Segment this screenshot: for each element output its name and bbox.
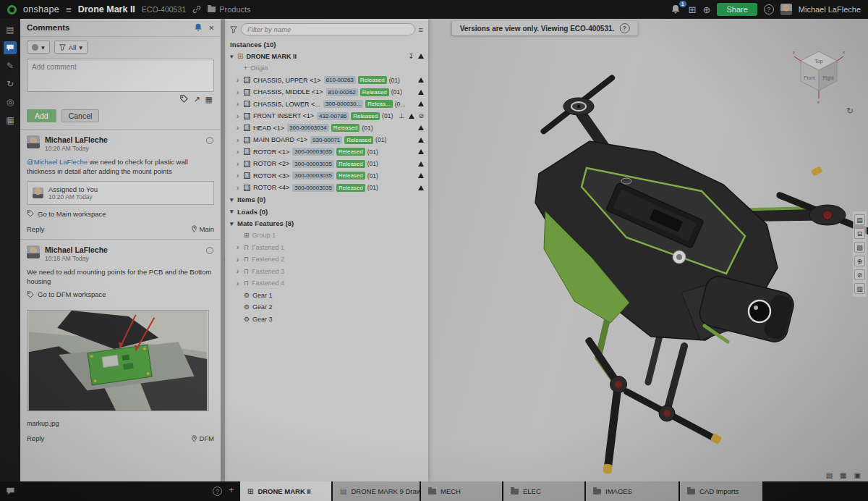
mate-connector-icon[interactable]: ⊥ [399, 112, 405, 119]
expand-chevron-icon[interactable]: › [237, 267, 244, 275]
print-icon[interactable]: ▤ [826, 471, 833, 479]
notes-panel-icon[interactable]: ▤ [4, 23, 17, 36]
state-triangle-icon[interactable] [418, 173, 424, 178]
banner-help-icon[interactable]: ? [619, 23, 629, 33]
tab-images-folder[interactable]: IMAGES [586, 481, 680, 501]
expand-chevron-icon[interactable]: › [237, 88, 244, 96]
resolve-comment-checkbox[interactable] [206, 247, 213, 254]
tree-row-mate[interactable]: › ⊓ Fastened 4 [225, 277, 428, 290]
tree-row-root[interactable]: ▾ ⊞ DRONE MARK II ↧ [225, 51, 428, 63]
tree-row-part[interactable]: › HEAD <1> 300-00003034 Released (01) [225, 122, 428, 135]
expand-chevron-icon[interactable]: › [237, 184, 244, 192]
notifications-button[interactable]: 1 [671, 4, 682, 15]
view-cube[interactable]: Top Front Right y x z [788, 43, 849, 104]
instances-section-header[interactable]: Instances (10) [225, 38, 428, 51]
comment-attachment-image[interactable] [27, 310, 209, 411]
tab-elec-folder[interactable]: ELEC [503, 481, 586, 501]
menu-icon[interactable]: ≡ [66, 5, 72, 14]
expand-chevron-icon[interactable]: › [237, 124, 244, 132]
collapse-caret-icon[interactable]: ▾ [230, 196, 237, 203]
link-icon[interactable] [192, 5, 201, 14]
state-triangle-icon[interactable] [418, 101, 424, 106]
list-options-icon[interactable]: ≡ [419, 25, 423, 34]
workspace-link[interactable]: Go to DFM workspace [27, 290, 214, 298]
comment-author-filter[interactable]: ▾ [27, 41, 50, 54]
tree-row-part[interactable]: › ROTOR <1> 300-00003035 Released (01) [225, 146, 428, 159]
expand-chevron-icon[interactable]: › [237, 256, 244, 264]
expand-editor-icon[interactable]: ↗ [193, 95, 200, 104]
tree-row-mate[interactable]: ⚙ Gear 2 [225, 301, 428, 313]
tree-filter-input[interactable]: Filter by name [241, 23, 415, 35]
expand-chevron-icon[interactable]: › [237, 100, 244, 108]
fullscreen-icon[interactable]: ▣ [854, 471, 861, 479]
tab-bar-help-icon[interactable]: ? [213, 487, 222, 496]
share-button[interactable]: Share [717, 3, 757, 16]
section-view-icon[interactable]: ⊟ [854, 228, 865, 239]
collapse-caret-icon[interactable]: ▾ [230, 208, 237, 215]
comments-notification-bell-icon[interactable] [194, 23, 203, 32]
tree-row-part[interactable]: › FRONT INSERT <1> 432-00786 Released (0… [225, 110, 428, 122]
onshape-logo-icon[interactable] [7, 5, 17, 14]
tree-row-mate[interactable]: › ⊓ Fastened 1 [225, 242, 428, 254]
tab-drone-mark-ii[interactable]: ⊞ DRONE MARK II [240, 481, 333, 501]
state-triangle-icon[interactable] [409, 114, 414, 119]
add-comment-button[interactable]: Add [27, 109, 56, 122]
mention-link[interactable]: @Michael LaFleche [27, 158, 88, 166]
tab-mech-folder[interactable]: MECH [421, 481, 503, 501]
tree-row-mate[interactable]: ⚙ Gear 1 [225, 290, 428, 302]
reply-link[interactable]: Reply [27, 225, 44, 233]
tag-icon[interactable] [180, 95, 188, 103]
help-icon[interactable]: ? [764, 4, 774, 14]
state-triangle-icon[interactable] [418, 90, 424, 95]
mute-icon[interactable]: ⊘ [418, 112, 424, 119]
reply-link[interactable]: Reply [27, 434, 44, 442]
collapse-caret-icon[interactable]: ▾ [230, 53, 237, 60]
tree-row-part[interactable]: › CHASSIS, LOWER <... 300-000030... Rele… [225, 98, 428, 111]
tree-row-mate[interactable]: ⚙ Gear 3 [225, 313, 428, 326]
tree-row-mate[interactable]: ⊞ Group 1 [225, 230, 428, 242]
tree-row-part[interactable]: › ROTOR <2> 300-00003035 Released (01) [225, 158, 428, 170]
tree-row-part[interactable]: › ROTOR <4> 300-00003035 Released (01) [225, 182, 428, 194]
tree-row-part[interactable]: › CHASSIS, MIDDLE <1> 810-00262 Released… [225, 86, 428, 98]
tab-cad-imports-folder[interactable]: CAD Imports [680, 481, 764, 501]
attachment-filename[interactable]: markup.jpg [27, 420, 214, 427]
close-comments-icon[interactable]: × [208, 22, 214, 33]
state-triangle-icon[interactable] [418, 54, 424, 59]
chat-icon[interactable] [6, 487, 15, 496]
state-triangle-icon[interactable] [418, 161, 424, 167]
items-section-header[interactable]: ▾ Items (0) [225, 194, 428, 206]
expand-chevron-icon[interactable]: › [237, 279, 244, 287]
hide-show-icon[interactable]: ⊘ [854, 269, 865, 280]
state-triangle-icon[interactable] [418, 77, 424, 83]
assignment-card[interactable]: Assigned to You 10:20 AM Today [27, 181, 214, 205]
grid-panel-icon[interactable]: ▦ [4, 114, 17, 127]
expand-chevron-icon[interactable]: › [237, 160, 244, 168]
expand-chevron-icon[interactable]: › [237, 148, 244, 156]
tree-row-part[interactable]: › ROTOR <3> 300-00003035 Released (01) [225, 170, 428, 182]
cancel-comment-button[interactable]: Cancel [61, 109, 100, 122]
expand-chevron-icon[interactable]: › [237, 112, 244, 120]
loads-section-header[interactable]: ▾ Loads (0) [225, 206, 428, 218]
globe-icon[interactable]: ⊕ [703, 5, 711, 14]
tab-drone-mark-drawing[interactable]: ▤ DRONE MARK 9 Drawin... [333, 481, 421, 501]
app-store-icon[interactable]: ⊞ [689, 5, 697, 14]
grid-view-icon[interactable]: ▦ [840, 471, 846, 479]
tree-row-part[interactable]: › CHASSIS, UPPER <1> 810-00263 Released … [225, 75, 428, 87]
attach-image-icon[interactable]: ▦ [205, 95, 213, 104]
bom-panel-icon[interactable]: ▤ [854, 214, 865, 225]
mate-features-section-header[interactable]: ▾ Mate Features (8) [225, 218, 428, 230]
state-triangle-icon[interactable] [418, 138, 424, 143]
expand-chevron-icon[interactable]: › [237, 243, 244, 251]
refresh-view-icon[interactable]: ↻ [846, 106, 854, 116]
collapse-caret-icon[interactable]: ▾ [230, 220, 237, 227]
target-panel-icon[interactable]: ◎ [4, 96, 17, 109]
insert-icon[interactable]: ↧ [408, 53, 414, 60]
comment-filter-all[interactable]: All ▾ [54, 41, 88, 54]
appearance-panel-icon[interactable]: ⊕ [854, 256, 865, 266]
tree-row-part[interactable]: › MAIN BOARD <1> 930-00071 Released (01) [225, 134, 428, 146]
resolve-comment-checkbox[interactable] [206, 137, 213, 144]
add-comment-input[interactable]: Add comment [27, 59, 214, 92]
state-triangle-icon[interactable] [418, 149, 424, 154]
expand-chevron-icon[interactable]: › [237, 172, 244, 180]
explode-view-icon[interactable]: ▧ [854, 242, 865, 253]
